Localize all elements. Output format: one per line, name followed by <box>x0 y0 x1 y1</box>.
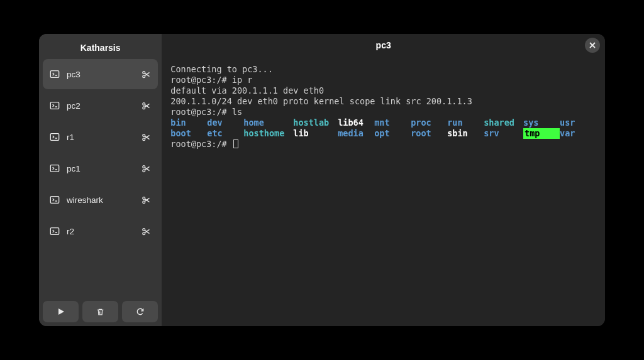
ls-entry: dev <box>207 117 243 128</box>
svg-point-7 <box>143 134 145 136</box>
ls-entry: media <box>338 128 374 139</box>
sidebar-item-label: pc1 <box>67 164 140 173</box>
sidebar-item-label: pc2 <box>67 101 140 111</box>
sidebar-item-r1[interactable]: r1 <box>43 122 158 152</box>
play-icon <box>57 308 65 315</box>
ls-entry: bin <box>170 117 207 128</box>
ls-entry: tmp <box>523 128 560 139</box>
scissors-icon[interactable] <box>140 194 152 205</box>
page-title: pc3 <box>376 40 391 50</box>
scissors-icon[interactable] <box>140 163 152 174</box>
svg-rect-6 <box>50 134 58 141</box>
svg-point-10 <box>143 165 145 168</box>
sidebar-item-pc3[interactable]: pc3 <box>43 59 158 89</box>
ls-row: bindevhomehostlablib64mntprocrunsharedsy… <box>170 117 596 128</box>
ls-entry: home <box>243 117 293 128</box>
sidebar-bottom-toolbar <box>43 301 158 322</box>
scissors-icon[interactable] <box>140 100 152 111</box>
main-pane: pc3 Connecting to pc3...root@pc3:/# ip r… <box>162 34 605 326</box>
sidebar-items: pc3pc2r1pc1wiresharkr2 <box>43 59 158 301</box>
sidebar-item-label: r2 <box>67 227 140 236</box>
svg-point-11 <box>143 169 145 172</box>
sidebar-item-label: wireshark <box>67 195 140 205</box>
sidebar-item-label: pc3 <box>67 70 140 79</box>
terminal-prompt[interactable]: root@pc3:/# <box>170 139 596 150</box>
trash-icon <box>96 308 104 316</box>
svg-point-4 <box>143 102 145 105</box>
ls-entry: var <box>560 128 596 139</box>
prompt-text: root@pc3:/# <box>170 139 232 149</box>
ls-row: bootetchosthomelibmediaoptrootsbinsrvtmp… <box>170 128 596 139</box>
sidebar-item-pc2[interactable]: pc2 <box>43 90 158 121</box>
ls-entry: hostlab <box>293 117 338 128</box>
ls-entry: run <box>447 117 484 128</box>
sidebar-item-pc1[interactable]: pc1 <box>43 153 158 183</box>
sidebar-item-label: r1 <box>67 133 140 142</box>
ls-entry: srv <box>484 128 523 139</box>
ls-entry: proc <box>411 117 447 128</box>
ls-entry: opt <box>374 128 411 139</box>
svg-point-5 <box>143 106 145 109</box>
svg-point-1 <box>143 71 145 74</box>
scissors-icon[interactable] <box>140 68 152 80</box>
svg-rect-3 <box>50 102 58 109</box>
ls-entry: mnt <box>374 117 411 128</box>
terminal-icon <box>49 100 60 111</box>
svg-rect-9 <box>50 165 58 172</box>
ls-entry: hosthome <box>243 128 293 139</box>
terminal-icon <box>49 194 60 205</box>
sidebar: Katharsis pc3pc2r1pc1wiresharkr2 <box>39 34 162 326</box>
play-button[interactable] <box>43 301 79 322</box>
close-button[interactable] <box>585 38 600 53</box>
terminal-icon <box>49 226 60 237</box>
close-icon <box>589 42 596 48</box>
ls-entry: etc <box>207 128 243 139</box>
terminal-output[interactable]: Connecting to pc3...root@pc3:/# ip rdefa… <box>162 57 605 326</box>
app-window: Katharsis pc3pc2r1pc1wiresharkr2 pc3 <box>39 34 605 326</box>
terminal-icon <box>49 68 60 80</box>
terminal-line: root@pc3:/# ip r <box>170 75 596 85</box>
refresh-icon <box>136 307 145 316</box>
sidebar-item-wireshark[interactable]: wireshark <box>43 185 158 215</box>
svg-rect-12 <box>50 197 58 204</box>
sidebar-title: Katharsis <box>43 38 158 59</box>
svg-point-17 <box>143 232 145 234</box>
svg-rect-15 <box>50 228 58 235</box>
terminal-line: root@pc3:/# ls <box>170 107 596 117</box>
scissors-icon[interactable] <box>140 131 152 143</box>
svg-point-8 <box>143 138 145 140</box>
ls-entry: lib64 <box>338 117 374 128</box>
ls-entry: boot <box>170 128 207 139</box>
svg-point-14 <box>143 200 145 203</box>
terminal-line: default via 200.1.1.1 dev eth0 <box>170 85 596 96</box>
ls-entry: sys <box>523 117 560 128</box>
terminal-icon <box>49 163 60 174</box>
svg-point-2 <box>143 75 145 77</box>
ls-entry: root <box>411 128 447 139</box>
ls-entry: lib <box>293 128 338 139</box>
terminal-line: 200.1.1.0/24 dev eth0 proto kernel scope… <box>170 96 596 107</box>
ls-output: bindevhomehostlablib64mntprocrunsharedsy… <box>170 117 596 139</box>
ls-entry: shared <box>484 117 523 128</box>
cursor-icon <box>233 139 238 148</box>
titlebar: pc3 <box>162 34 605 57</box>
svg-point-13 <box>143 197 145 199</box>
terminal-icon <box>49 131 60 143</box>
ls-entry: sbin <box>447 128 484 139</box>
svg-point-16 <box>143 228 145 231</box>
ls-entry: usr <box>560 117 596 128</box>
svg-rect-0 <box>50 71 58 78</box>
sidebar-item-r2[interactable]: r2 <box>43 216 158 246</box>
terminal-line: Connecting to pc3... <box>170 64 596 75</box>
refresh-button[interactable] <box>122 301 158 322</box>
scissors-icon[interactable] <box>140 226 152 237</box>
delete-button[interactable] <box>82 301 118 322</box>
